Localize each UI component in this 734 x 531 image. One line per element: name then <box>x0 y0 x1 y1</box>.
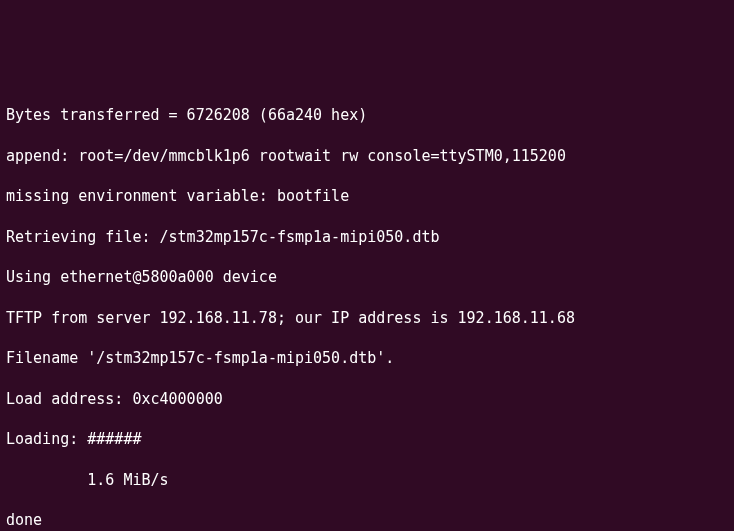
output-line: append: root=/dev/mmcblk1p6 rootwait rw … <box>6 146 728 166</box>
output-line: Load address: 0xc4000000 <box>6 389 728 409</box>
terminal-output: Bytes transferred = 6726208 (66a240 hex)… <box>6 85 728 531</box>
output-line: Filename '/stm32mp157c-fsmp1a-mipi050.dt… <box>6 348 728 368</box>
output-line: TFTP from server 192.168.11.78; our IP a… <box>6 308 728 328</box>
output-line: done <box>6 510 728 530</box>
output-line: missing environment variable: bootfile <box>6 186 728 206</box>
output-line: 1.6 MiB/s <box>6 470 728 490</box>
output-line: Retrieving file: /stm32mp157c-fsmp1a-mip… <box>6 227 728 247</box>
output-line: Loading: ###### <box>6 429 728 449</box>
output-line: Using ethernet@5800a000 device <box>6 267 728 287</box>
output-line: Bytes transferred = 6726208 (66a240 hex) <box>6 105 728 125</box>
